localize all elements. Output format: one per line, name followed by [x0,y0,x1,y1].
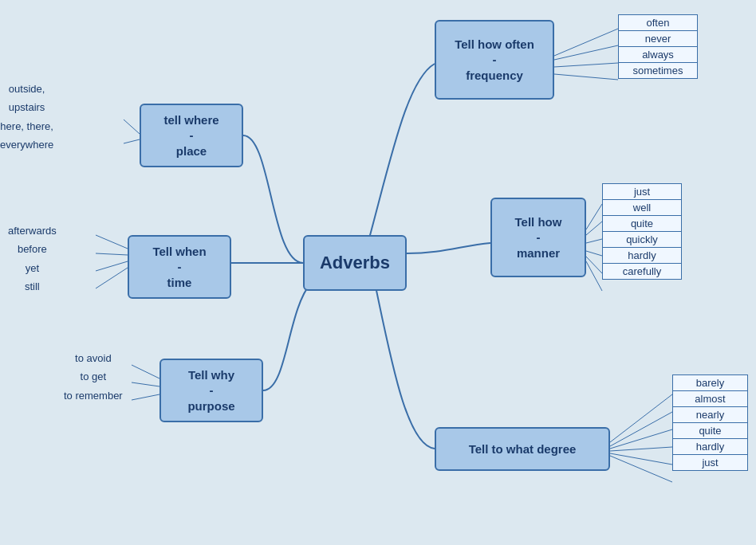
degree-words: barely almost nearly quite hardly just [672,374,748,471]
word-just2: just [672,454,748,471]
word-never: never [618,30,698,46]
svg-line-8 [586,257,602,273]
svg-line-6 [586,239,602,243]
svg-line-10 [610,394,672,442]
svg-line-2 [554,63,618,67]
when-words: afterwardsbeforeyetstill [8,222,57,296]
frequency-words: often never always sometimes [618,14,698,79]
svg-line-23 [132,382,159,386]
branch-manner: Tell how-manner [490,198,586,277]
branch-where: tell where-place [140,104,243,167]
svg-line-0 [554,29,618,56]
word-well: well [602,199,682,215]
where-words: outside,upstairshere, there,everywhere [0,80,53,155]
branch-frequency: Tell how often-frequency [435,20,554,100]
svg-line-18 [96,235,128,249]
svg-line-24 [132,394,159,400]
svg-line-22 [132,365,159,378]
manner-words: just well quite quickly hardly carefully [602,183,682,280]
svg-line-13 [610,447,672,451]
svg-line-12 [610,429,672,449]
word-quite2: quite [672,422,748,438]
word-almost: almost [672,390,748,406]
branch-when: Tell when-time [128,235,231,299]
why-words: to avoidto getto remember [64,349,123,405]
center-node: Adverbs [303,235,407,291]
svg-line-17 [124,139,140,143]
word-nearly: nearly [672,406,748,422]
word-often: often [618,14,698,30]
svg-line-4 [586,204,602,229]
word-hardly2: hardly [672,438,748,454]
word-always: always [618,46,698,62]
svg-line-11 [610,412,672,446]
svg-line-5 [586,222,602,235]
word-hardly: hardly [602,247,682,263]
word-just: just [602,183,682,199]
svg-line-15 [610,456,672,482]
svg-line-3 [554,74,618,80]
word-quite: quite [602,215,682,231]
word-sometimes: sometimes [618,62,698,79]
word-carefully: carefully [602,263,682,280]
svg-line-7 [586,251,602,256]
svg-line-16 [124,120,140,134]
svg-line-9 [586,261,602,291]
svg-line-19 [96,253,128,255]
svg-line-1 [554,45,618,60]
branch-degree: Tell to what degree [435,427,610,471]
word-quickly: quickly [602,231,682,247]
word-barely: barely [672,374,748,390]
svg-line-21 [96,268,128,288]
svg-line-20 [96,261,128,271]
branch-why: Tell why-purpose [159,359,263,422]
svg-line-14 [610,453,672,465]
